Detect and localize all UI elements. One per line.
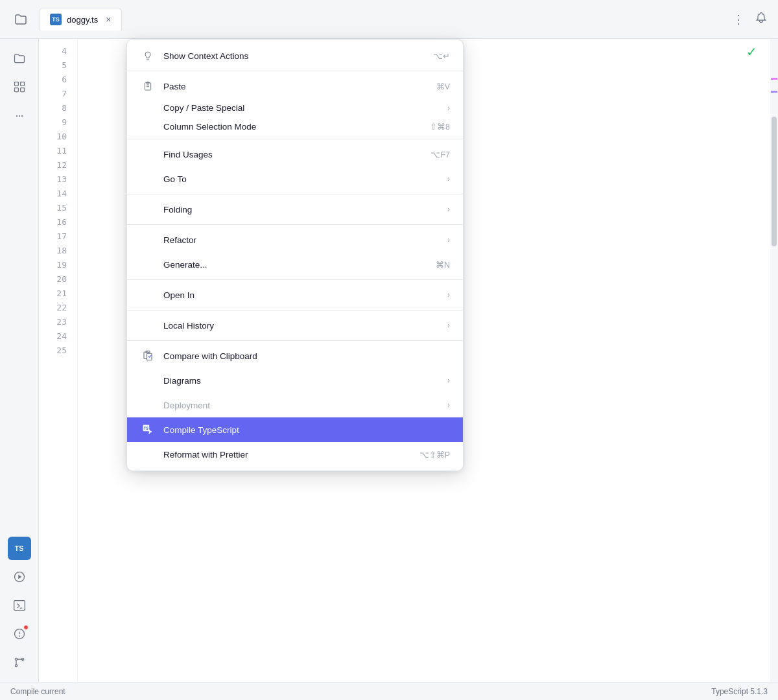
menu-item-compare-clipboard[interactable]: Compare with Clipboard [127, 344, 463, 368]
tab-container: TS doggy.ts × [39, 8, 725, 30]
line-number: 19 [56, 258, 67, 272]
line-number: 5 [62, 58, 67, 73]
menu-shortcut-paste: ⌘V [436, 82, 450, 91]
menu-arrow-go-to: › [447, 174, 450, 183]
svg-text:TS: TS [144, 426, 149, 430]
line-number: 9 [62, 115, 67, 130]
no-icon-folding [140, 202, 156, 217]
menu-shortcut-show-context-actions: ⌥↵ [433, 51, 450, 61]
sidebar-alert-icon[interactable] [8, 622, 31, 646]
line-number: 25 [56, 344, 67, 358]
no-icon-local-history [140, 318, 156, 333]
line-number: 23 [56, 315, 67, 329]
menu-shortcut-column-selection-mode: ⇧⌘8 [430, 122, 450, 132]
menu-item-copy-paste-special[interactable]: Copy / Paste Special › [127, 99, 463, 117]
menu-shortcut-find-usages: ⌥F7 [430, 150, 450, 159]
scrollbar-thumb[interactable] [772, 117, 777, 246]
svg-marker-5 [18, 575, 21, 579]
sidebar-run-icon[interactable] [8, 565, 31, 589]
left-sidebar: ··· TS [0, 39, 39, 682]
menu-label-deployment: Deployment [163, 401, 442, 410]
tab-doggy-ts[interactable]: TS doggy.ts × [39, 8, 122, 30]
menu-item-reformat-prettier[interactable]: Reformat with Prettier ⌥⇧⌘P [127, 442, 463, 467]
menu-separator-7 [127, 340, 463, 341]
compare-clipboard-icon [140, 348, 156, 364]
menu-label-copy-paste-special: Copy / Paste Special [163, 103, 442, 113]
line-number: 10 [56, 130, 67, 144]
status-bar-right: TypeScript 5.1.3 [711, 687, 768, 696]
line-number: 15 [56, 201, 67, 215]
no-icon-refactor [140, 232, 156, 248]
menu-label-compile-typescript: Compile TypeScript [163, 425, 450, 435]
menu-item-diagrams[interactable]: Diagrams › [127, 368, 463, 393]
line-number: 17 [56, 229, 67, 244]
menu-item-local-history[interactable]: Local History › [127, 313, 463, 338]
no-icon-generate [140, 257, 156, 272]
svg-rect-1 [20, 82, 24, 86]
svg-point-10 [19, 636, 19, 636]
notifications-button[interactable] [755, 11, 768, 27]
menu-label-reformat-prettier: Reformat with Prettier [163, 450, 419, 460]
sidebar-more-icon[interactable]: ··· [8, 104, 31, 127]
sidebar-terminal-icon[interactable] [8, 594, 31, 617]
svg-point-12 [15, 658, 17, 660]
menu-arrow-open-in: › [447, 290, 450, 299]
alert-badge-dot [23, 625, 29, 630]
menu-item-generate[interactable]: Generate... ⌘N [127, 252, 463, 277]
title-bar: TS doggy.ts × ⋮ [0, 0, 778, 39]
line-number: 13 [56, 172, 67, 187]
title-bar-actions: ⋮ [733, 11, 768, 27]
menu-item-column-selection-mode[interactable]: Column Selection Mode ⇧⌘8 [127, 117, 463, 136]
tab-close-button[interactable]: × [106, 14, 111, 25]
menu-item-go-to[interactable]: Go To › [127, 167, 463, 191]
menu-label-find-usages: Find Usages [163, 150, 430, 159]
menu-separator-5 [127, 279, 463, 280]
sidebar-folder-icon[interactable] [8, 47, 31, 70]
line-number: 20 [56, 272, 67, 286]
menu-separator-6 [127, 310, 463, 310]
menu-item-find-usages[interactable]: Find Usages ⌥F7 [127, 142, 463, 167]
menu-label-refactor: Refactor [163, 235, 442, 245]
sidebar-ts-icon[interactable]: TS [8, 537, 31, 560]
menu-separator-1 [127, 71, 463, 71]
no-icon-diagrams [140, 373, 156, 388]
line-number: 18 [56, 244, 67, 258]
menu-label-diagrams: Diagrams [163, 376, 442, 386]
menu-item-open-in[interactable]: Open In › [127, 283, 463, 307]
line-number: 8 [62, 101, 67, 115]
menu-label-go-to: Go To [163, 174, 442, 184]
menu-arrow-refactor: › [447, 235, 450, 244]
line-number: 24 [56, 329, 67, 344]
line-number: 7 [62, 87, 67, 101]
editor-scrollbar[interactable] [770, 39, 778, 682]
menu-label-folding: Folding [163, 205, 442, 215]
svg-rect-3 [20, 88, 24, 92]
tab-filename: doggy.ts [67, 15, 98, 25]
menu-item-refactor[interactable]: Refactor › [127, 228, 463, 252]
menu-item-compile-typescript[interactable]: TS Compile TypeScript [127, 417, 463, 442]
line-number: 14 [56, 187, 67, 201]
menu-item-folding[interactable]: Folding › [127, 197, 463, 222]
menu-item-deployment[interactable]: Deployment › [127, 393, 463, 417]
menu-label-open-in: Open In [163, 290, 442, 300]
folder-icon[interactable] [10, 9, 31, 30]
scrollbar-marker-pink [771, 78, 777, 80]
context-menu: Show Context Actions ⌥↵ Paste ⌘V Copy / … [126, 39, 464, 471]
menu-label-generate: Generate... [163, 260, 436, 270]
status-bar: Compile current TypeScript 5.1.3 [0, 682, 778, 700]
menu-item-paste[interactable]: Paste ⌘V [127, 74, 463, 99]
clipboard-icon [140, 78, 156, 94]
no-icon-go-to [140, 171, 156, 187]
menu-shortcut-generate: ⌘N [436, 260, 450, 270]
menu-separator-2 [127, 139, 463, 139]
line-number: 4 [62, 44, 67, 58]
compile-ts-icon: TS [140, 422, 156, 438]
svg-point-11 [15, 664, 17, 666]
menu-item-show-context-actions[interactable]: Show Context Actions ⌥↵ [127, 43, 463, 68]
sidebar-grid-icon[interactable] [8, 75, 31, 99]
sidebar-git-icon[interactable] [8, 651, 31, 674]
more-options-button[interactable]: ⋮ [733, 12, 744, 27]
menu-label-show-context-actions: Show Context Actions [163, 51, 433, 61]
line-numbers: 4 5 6 7 8 9 10 11 12 13 14 15 16 17 18 1… [39, 39, 78, 682]
menu-arrow-diagrams: › [447, 376, 450, 385]
